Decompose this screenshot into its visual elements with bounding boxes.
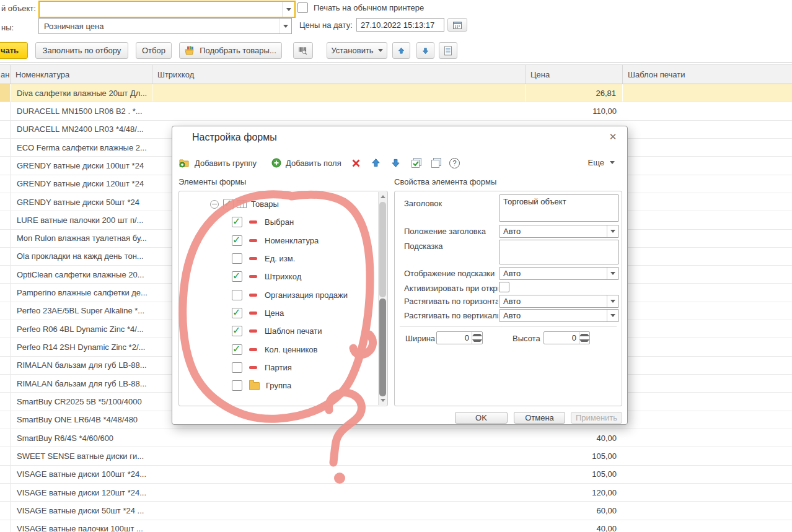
tree-item-checkbox[interactable] <box>232 235 242 246</box>
table-row[interactable]: DURACELL MN1500 LR06 B2 . *... 110,00 <box>0 102 792 120</box>
tree-item-checkbox[interactable] <box>232 326 242 336</box>
cell-template[interactable] <box>623 447 792 464</box>
stretch-vertical-select[interactable]: Авто <box>499 309 619 322</box>
cell-nomenclature[interactable]: Perfeo 23AE/5BL Super Alkaline *... <box>11 302 152 320</box>
pick-goods-button[interactable]: Подобрать товары... <box>179 42 282 59</box>
cell-template[interactable] <box>623 357 792 374</box>
cell-selected[interactable] <box>0 447 11 464</box>
table-row[interactable]: Diva салфетки влажные 20шт Дл... 26,81 <box>0 84 792 102</box>
column-header-barcode[interactable]: Штрихкод <box>152 65 526 84</box>
tree-item[interactable]: Группа <box>180 377 378 395</box>
tree-item-checkbox[interactable] <box>232 362 242 373</box>
cell-template[interactable] <box>623 320 792 338</box>
cell-selected[interactable] <box>0 466 11 483</box>
tree-item-checkbox[interactable] <box>232 344 242 355</box>
cell-selected[interactable] <box>0 429 11 447</box>
cell-price[interactable]: 120,00 <box>526 484 623 501</box>
trade-object-dropdown-button[interactable] <box>282 2 294 17</box>
tree-root-goods[interactable]: Товары <box>180 195 378 213</box>
cell-selected[interactable] <box>0 411 11 429</box>
cell-nomenclature[interactable]: Ola прокладки на кажд день тон... <box>11 248 152 265</box>
tree-item[interactable]: Ед. изм. <box>180 250 378 268</box>
cell-selected[interactable] <box>0 520 11 532</box>
cell-selected[interactable] <box>0 84 11 102</box>
cell-nomenclature[interactable]: Mon Rulon влажная туалетная бу... <box>11 230 152 247</box>
spin-down-icon[interactable] <box>472 338 482 344</box>
more-button[interactable]: Еще <box>588 158 615 167</box>
fill-by-filter-button[interactable]: Заполнить по отбору <box>35 42 128 59</box>
tree-item[interactable]: Партия <box>180 359 378 377</box>
tooltip-input[interactable] <box>499 240 619 264</box>
column-header-nomenclature[interactable]: Номенклатура <box>11 65 152 84</box>
add-group-button[interactable]: Добавить группу <box>179 157 257 169</box>
cell-template[interactable] <box>623 338 792 355</box>
cell-selected[interactable] <box>0 211 11 229</box>
table-row[interactable]: VISAGE ватные диски 100шт *24... 105,00 <box>0 466 792 484</box>
cell-nomenclature[interactable]: Diva салфетки влажные 20шт Дл... <box>11 84 152 102</box>
cell-template[interactable] <box>623 302 792 320</box>
cell-selected[interactable] <box>0 157 11 174</box>
cell-price[interactable]: 26,81 <box>526 84 623 102</box>
tree-item-checkbox[interactable] <box>232 271 242 282</box>
cell-template[interactable] <box>623 121 792 138</box>
cell-selected[interactable] <box>0 357 11 374</box>
cancel-button[interactable]: Отмена <box>514 412 565 424</box>
apply-button[interactable]: Применить <box>571 412 622 424</box>
cell-nomenclature[interactable]: Perfeo R06 4BL Dynamic Zinc *4/... <box>11 320 152 338</box>
tree-item-checkbox[interactable] <box>232 290 242 300</box>
stretch-horizontal-select[interactable]: Авто <box>499 295 619 308</box>
cell-template[interactable] <box>623 429 792 447</box>
price-type-dropdown-button[interactable] <box>279 19 291 33</box>
cell-template[interactable] <box>623 411 792 429</box>
column-header-template[interactable]: Шаблон печати <box>623 65 792 84</box>
cell-selected[interactable] <box>0 121 11 138</box>
cell-template[interactable] <box>623 102 792 120</box>
cell-price[interactable]: 105,00 <box>526 466 623 483</box>
cell-nomenclature[interactable]: GRENDY ватные диски 50шт *24 <box>11 193 152 211</box>
tree-item[interactable]: Номенклатура <box>180 232 378 250</box>
cell-nomenclature[interactable]: SmartBuy ONE LR6/4B *4/48/480 <box>11 411 152 429</box>
scroll-up-icon[interactable] <box>381 195 385 198</box>
move-down-button[interactable] <box>416 42 434 59</box>
cell-template[interactable] <box>623 502 792 519</box>
tree-item[interactable]: Организация продажи <box>180 286 378 303</box>
cell-nomenclature[interactable]: VISAGE ватные палочки 100шт ... <box>11 520 152 532</box>
cell-selected[interactable] <box>0 502 11 519</box>
cell-barcode[interactable] <box>152 484 526 501</box>
activate-on-open-checkbox[interactable] <box>499 282 509 292</box>
cell-price[interactable]: 110,00 <box>526 102 623 120</box>
price-type-combobox[interactable]: Розничная цена <box>38 18 292 34</box>
cell-nomenclature[interactable]: Perfeo R14 2SH Dynamic Zinc *2/... <box>11 338 152 355</box>
tree-item-checkbox[interactable] <box>232 253 242 264</box>
cell-nomenclature[interactable]: VISAGE ватные диски 100шт *24... <box>11 466 152 483</box>
cell-selected[interactable] <box>0 266 11 283</box>
cell-selected[interactable] <box>0 338 11 355</box>
table-row[interactable]: SWEET SENSE ватные диски ги... 105,00 <box>0 447 792 465</box>
cell-price[interactable]: 40,00 <box>526 429 623 447</box>
cell-barcode[interactable] <box>152 84 526 102</box>
cell-template[interactable] <box>623 520 792 532</box>
trade-object-combobox[interactable] <box>38 1 296 18</box>
cell-selected[interactable] <box>0 320 11 338</box>
set-button[interactable]: Установить <box>327 42 387 59</box>
cell-price[interactable]: 105,00 <box>526 447 623 464</box>
calendar-button[interactable] <box>447 18 467 32</box>
cell-template[interactable] <box>623 466 792 483</box>
tree-item-checkbox[interactable] <box>232 380 242 391</box>
cell-template[interactable] <box>623 193 792 211</box>
cell-selected[interactable] <box>0 248 11 265</box>
tree-item-checkbox[interactable] <box>232 217 242 227</box>
table-row[interactable]: VISAGE ватные диски 50шт *24 ... 60,00 <box>0 502 792 520</box>
cell-nomenclature[interactable]: LURE ватные палочки 200 шт п/... <box>11 211 152 229</box>
column-header-selected[interactable]: ан <box>0 65 11 84</box>
tree-item[interactable]: Штрихкод <box>180 268 378 286</box>
cell-template[interactable] <box>623 248 792 265</box>
uncheck-all-button[interactable] <box>431 157 442 169</box>
cell-price[interactable]: 40,00 <box>526 520 623 532</box>
title-position-select[interactable]: Авто <box>499 225 619 238</box>
spin-up-icon[interactable] <box>472 332 482 338</box>
move-up-button[interactable] <box>392 42 410 59</box>
cell-nomenclature[interactable]: OptiClean салфетки влажные 20... <box>11 266 152 283</box>
checkbox-icon[interactable] <box>297 2 308 13</box>
tree-item[interactable]: Цена <box>180 304 378 322</box>
